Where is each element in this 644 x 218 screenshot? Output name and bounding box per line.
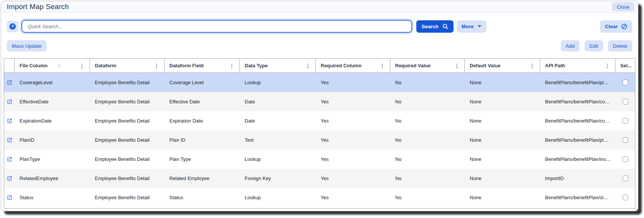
cell-default-value: None: [465, 118, 540, 124]
column-header-label: Data Type: [245, 63, 268, 68]
add-button[interactable]: Add: [561, 40, 580, 51]
cell-required-column: Yes: [316, 195, 390, 200]
more-button[interactable]: More: [457, 20, 486, 33]
cell-dataform-field: Effective Date: [164, 99, 240, 104]
column-header-required-value[interactable]: Required Value⋮: [390, 59, 465, 73]
edit-button[interactable]: Edit: [585, 40, 603, 51]
table-row[interactable]: StatusEmployee Benefits DetailStatusLook…: [4, 188, 635, 207]
cell-data-type: Lookup: [240, 156, 316, 162]
column-header-row-open[interactable]: [4, 59, 15, 73]
column-header-label: Dataform Field: [169, 63, 204, 68]
row-select-checkbox[interactable]: [623, 99, 628, 104]
mass-update-button[interactable]: Mass Update: [7, 40, 47, 51]
column-header-api-path[interactable]: API Path⋮: [540, 59, 615, 73]
cell-data-type: Date: [240, 99, 316, 104]
column-header-file-column[interactable]: File Column↑⋮: [15, 59, 90, 73]
column-menu-icon[interactable]: ⋮: [304, 62, 312, 69]
row-select-checkbox[interactable]: [623, 80, 628, 85]
table-row[interactable]: ExpirationDateEmployee Benefits DetailEx…: [4, 111, 635, 130]
column-header-sel[interactable]: Sel...: [615, 59, 635, 73]
row-select-checkbox[interactable]: [623, 156, 628, 162]
cell-data-type: Foreign Key: [240, 176, 316, 181]
cell-default-value: None: [465, 99, 540, 104]
cell-dataform-field: Expiration Date: [164, 118, 240, 124]
search-button[interactable]: Search: [416, 20, 454, 33]
cell-required-value: No: [390, 156, 465, 162]
column-menu-icon[interactable]: ⋮: [228, 62, 236, 69]
cell-file-column: RelatedEmployee: [15, 176, 90, 181]
cell-required-value: No: [390, 118, 465, 124]
row-select-checkbox[interactable]: [623, 137, 628, 143]
cell-data-type: Lookup: [240, 195, 316, 200]
cell-required-value: No: [390, 176, 465, 181]
cell-data-type: Lookup: [240, 80, 316, 85]
open-in-new-icon[interactable]: [7, 195, 12, 200]
open-record-cell: [4, 195, 15, 200]
help-button[interactable]: ?: [7, 21, 18, 32]
column-menu-icon[interactable]: ⋮: [379, 62, 386, 69]
delete-button[interactable]: Delete: [608, 40, 632, 51]
row-select-checkbox[interactable]: [623, 176, 628, 181]
column-header-label: Default Value: [470, 63, 501, 68]
cell-api-path: BenefitPlans/benefitPlan/planDetail/...: [540, 80, 615, 85]
column-header-dataform-field[interactable]: Dataform Field⋮: [164, 59, 240, 73]
cell-required-value: No: [390, 195, 465, 200]
column-menu-icon[interactable]: ⋮: [528, 62, 536, 69]
table-row[interactable]: CoverageLevelEmployee Benefits DetailCov…: [4, 73, 635, 92]
close-button[interactable]: Close: [612, 2, 634, 11]
cell-dataform-field: Plan Type: [164, 156, 240, 162]
cell-api-path: BenefitPlans/benefitPlan/coverageS...: [540, 99, 615, 104]
column-menu-icon[interactable]: ⋮: [604, 62, 611, 69]
block-icon: [621, 23, 627, 30]
import-map-search-dialog: Import Map Search Close ? Search More Cl…: [1, 1, 638, 211]
open-in-new-icon[interactable]: [7, 99, 12, 104]
column-header-label: Dataform: [95, 63, 116, 68]
cell-dataform: Employee Benefits Detail: [90, 118, 164, 124]
cell-dataform: Employee Benefits Detail: [90, 195, 164, 200]
table-row[interactable]: PlanTypeEmployee Benefits DetailPlan Typ…: [4, 150, 635, 169]
cell-dataform-field: Plan ID: [164, 137, 240, 143]
cell-api-path: BenefitPlans/benefitPlan/coverageE...: [540, 118, 615, 124]
cell-required-column: Yes: [316, 156, 390, 162]
search-input[interactable]: [21, 20, 412, 33]
row-select-checkbox[interactable]: [623, 118, 628, 124]
table-row[interactable]: RelatedEmployeeEmployee Benefits DetailR…: [4, 169, 635, 188]
cell-required-column: Yes: [316, 80, 390, 85]
column-menu-icon[interactable]: ⋮: [78, 62, 86, 69]
column-header-required-column[interactable]: Required Column⋮: [316, 59, 390, 73]
table-row[interactable]: EffectiveDateEmployee Benefits DetailEff…: [4, 92, 635, 111]
cell-data-type: Date: [240, 118, 316, 124]
table-body: CoverageLevelEmployee Benefits DetailCov…: [4, 73, 635, 207]
open-in-new-icon[interactable]: [7, 156, 12, 162]
cell-file-column: CoverageLevel: [15, 80, 90, 85]
table-row[interactable]: PlanIDEmployee Benefits DetailPlan IDTex…: [4, 130, 635, 150]
open-in-new-icon[interactable]: [7, 137, 12, 143]
search-icon: [442, 23, 448, 29]
open-record-cell: [4, 176, 15, 181]
cell-file-column: PlanType: [15, 156, 90, 162]
row-select-checkbox[interactable]: [623, 195, 628, 200]
cell-dataform: Employee Benefits Detail: [90, 99, 164, 104]
cell-required-column: Yes: [316, 176, 390, 181]
more-button-label: More: [461, 24, 473, 29]
open-in-new-icon[interactable]: [7, 80, 12, 85]
column-header-dataform[interactable]: Dataform⋮: [90, 59, 164, 73]
sort-ascending-icon: ↑: [58, 63, 60, 69]
open-in-new-icon[interactable]: [7, 118, 12, 124]
column-header-data-type[interactable]: Data Type⋮: [240, 59, 316, 73]
cell-required-value: No: [390, 80, 465, 85]
question-mark-icon: ?: [9, 23, 16, 30]
cell-api-path: BenefitPlans/benefitPlan/status: [540, 195, 615, 200]
cell-file-column: PlanID: [15, 137, 90, 143]
clear-button[interactable]: Clear: [600, 20, 632, 33]
column-header-default-value[interactable]: Default Value⋮: [465, 59, 540, 73]
cell-required-column: Yes: [316, 99, 390, 104]
open-in-new-icon[interactable]: [7, 176, 12, 181]
column-menu-icon[interactable]: ⋮: [453, 62, 461, 69]
cell-dataform: Employee Benefits Detail: [90, 176, 164, 181]
record-actions: Add Edit Delete: [561, 40, 632, 51]
select-cell: [615, 118, 635, 124]
open-record-cell: [4, 118, 15, 124]
column-menu-icon[interactable]: ⋮: [153, 62, 160, 69]
cell-data-type: Text: [240, 137, 316, 143]
